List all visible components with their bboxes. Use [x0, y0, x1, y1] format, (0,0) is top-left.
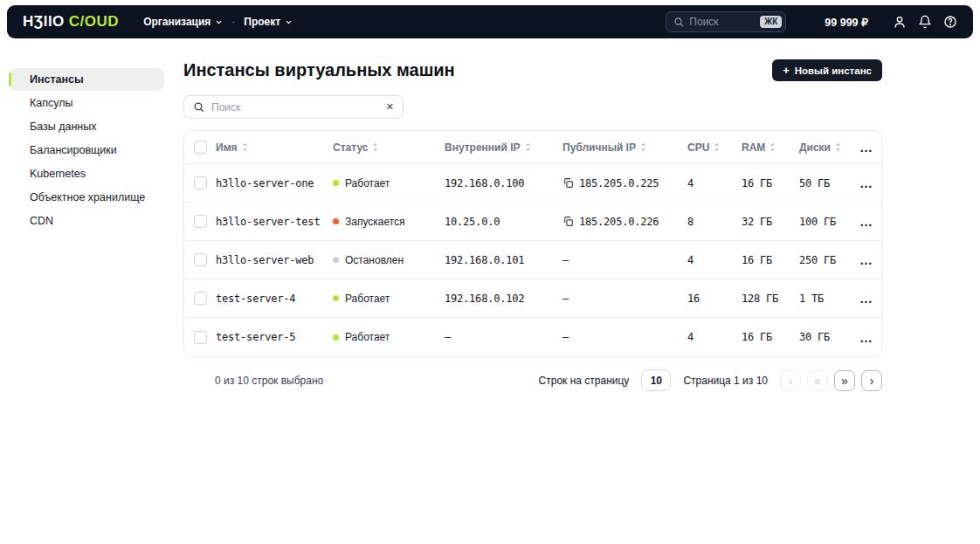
- status-label: Работает: [345, 293, 390, 305]
- chevron-right-button[interactable]: ›: [861, 370, 882, 391]
- table-row[interactable]: h3llo-server-testЗапускается10.25.0.0185…: [184, 203, 881, 241]
- cell-public-ip: –: [562, 254, 687, 266]
- sidebar-item-cdn[interactable]: CDN: [9, 210, 164, 232]
- table-search-input[interactable]: [211, 101, 379, 114]
- organization-menu[interactable]: Организация: [143, 16, 223, 28]
- row-checkbox-cell: [184, 292, 216, 305]
- double-chevron-right-icon: »: [841, 375, 848, 387]
- table-header: ИмяСтатусВнутренний IPПубличный IPCPURAM…: [184, 131, 881, 164]
- rows-per-page-select[interactable]: 10: [641, 369, 671, 391]
- sort-icon: [525, 142, 531, 152]
- row-checkbox[interactable]: [194, 253, 207, 266]
- table-row[interactable]: h3llo-server-webОстановлен192.168.0.101–…: [184, 241, 881, 279]
- sidebar-item-label: Балансировщики: [30, 144, 117, 156]
- row-actions-button[interactable]: …: [859, 176, 873, 189]
- table-row[interactable]: test-server-4Работает192.168.0.102–16128…: [184, 279, 881, 318]
- column-header-public-ip[interactable]: Публичный IP: [562, 141, 687, 154]
- cell-disks: 1 ТБ: [799, 293, 852, 305]
- column-label: Статус: [333, 141, 368, 154]
- table-settings-button[interactable]: …: [859, 141, 873, 154]
- balance-indicator[interactable]: 99 999 ₽: [825, 16, 868, 29]
- row-actions-button[interactable]: …: [859, 215, 873, 228]
- sidebar-item-kubernetes[interactable]: Kubernetes: [9, 162, 164, 185]
- row-checkbox[interactable]: [194, 292, 207, 305]
- user-icon[interactable]: [893, 15, 907, 29]
- cell-cpu: 8: [687, 216, 742, 228]
- column-header-status[interactable]: Статус: [333, 141, 445, 154]
- sidebar-item-capsules[interactable]: Капсулы: [9, 92, 164, 114]
- column-label: Диски: [799, 141, 831, 154]
- help-icon[interactable]: [943, 15, 957, 29]
- status-label: Работает: [345, 177, 390, 189]
- logo[interactable]: HƷllO C/OUD: [23, 13, 119, 31]
- row-checkbox[interactable]: [194, 215, 207, 228]
- status-dot: [333, 257, 339, 263]
- row-checkbox[interactable]: [194, 331, 207, 344]
- sidebar-item-object-storage[interactable]: Объектное хранилище: [9, 186, 164, 209]
- status-label: Остановлен: [345, 254, 404, 266]
- status-label: Запускается: [345, 216, 405, 228]
- row-actions-button[interactable]: …: [859, 253, 873, 266]
- status-dot: [333, 218, 339, 224]
- page-indicator: Страница 1 из 10: [683, 375, 768, 387]
- cell-public-ip: –: [562, 331, 687, 343]
- select-all-checkbox[interactable]: [194, 141, 207, 154]
- double-chevron-right-button[interactable]: »: [834, 370, 855, 391]
- table-footer: 0 из 10 строк выбрано Строк на страницу …: [183, 369, 882, 391]
- row-actions-button[interactable]: …: [859, 331, 873, 344]
- cell-ram: 128 ГБ: [742, 293, 799, 305]
- copy-icon[interactable]: [562, 216, 574, 227]
- global-search-placeholder: Поиск: [689, 16, 755, 28]
- page-title: Инстансы виртуальных машин: [183, 60, 455, 80]
- status-label: Работает: [345, 331, 390, 343]
- pagination-controls: Строк на страницу 10 Страница 1 из 10 ‹«…: [539, 369, 882, 391]
- sort-icon: [372, 142, 378, 152]
- rows-per-page-label: Строк на страницу: [539, 375, 630, 387]
- cell-actions: …: [852, 253, 881, 266]
- selection-count: 0 из 10 строк выбрано: [215, 375, 323, 387]
- cell-disks: 30 ГБ: [799, 331, 852, 343]
- cell-public-ip: –: [562, 293, 687, 305]
- chevron-right-icon: ›: [870, 375, 874, 387]
- new-instance-button[interactable]: + Новый инстанс: [772, 59, 882, 81]
- page-header: Инстансы виртуальных машин + Новый инста…: [183, 59, 882, 81]
- header-checkbox-cell: [184, 141, 216, 154]
- project-menu[interactable]: Проект: [244, 16, 293, 28]
- sidebar-item-load-balancers[interactable]: Балансировщики: [9, 139, 164, 162]
- column-header-internal-ip[interactable]: Внутренний IP: [445, 141, 562, 154]
- row-checkbox-cell: [184, 253, 216, 266]
- column-label: CPU: [687, 141, 709, 154]
- column-header-name[interactable]: Имя: [216, 141, 333, 154]
- cell-cpu: 16: [687, 293, 742, 305]
- public-ip-value: –: [562, 254, 569, 266]
- column-header-disks[interactable]: Диски: [799, 141, 852, 154]
- chevron-down-icon: [215, 18, 223, 26]
- double-chevron-left-button[interactable]: «: [807, 370, 828, 391]
- copy-icon[interactable]: [562, 177, 574, 189]
- global-search-button[interactable]: Поиск ЖК: [666, 11, 786, 32]
- search-icon: [193, 101, 204, 113]
- cell-ram: 16 ГБ: [742, 331, 799, 343]
- bell-icon[interactable]: [918, 15, 932, 29]
- clear-search-icon[interactable]: ✕: [386, 102, 394, 112]
- column-header-ram[interactable]: RAM: [742, 141, 799, 154]
- column-header-cpu[interactable]: CPU: [687, 141, 742, 154]
- row-actions-button[interactable]: …: [859, 292, 873, 305]
- public-ip-value: –: [562, 293, 569, 305]
- sidebar-item-label: Базы данных: [30, 121, 97, 133]
- double-chevron-left-icon: «: [814, 375, 821, 387]
- chevron-down-icon: [285, 18, 293, 26]
- cell-disks: 100 ГБ: [799, 216, 852, 228]
- sort-icon: [770, 142, 776, 152]
- table-row[interactable]: test-server-5Работает––416 ГБ30 ГБ…: [184, 318, 881, 356]
- row-checkbox[interactable]: [194, 176, 207, 189]
- chevron-left-button[interactable]: ‹: [780, 370, 801, 391]
- cell-disks: 250 ГБ: [799, 254, 852, 266]
- cell-internal-ip: –: [445, 331, 562, 343]
- sidebar-item-instances[interactable]: Инстансы: [9, 68, 164, 91]
- table-row[interactable]: h3llo-server-oneРаботает192.168.0.100185…: [184, 164, 881, 203]
- sidebar-item-databases[interactable]: Базы данных: [9, 115, 164, 138]
- top-navbar: HƷllO C/OUD Организация · Проект Поиск Ж…: [7, 5, 973, 38]
- column-label: RAM: [742, 141, 765, 154]
- project-menu-label: Проект: [244, 16, 280, 28]
